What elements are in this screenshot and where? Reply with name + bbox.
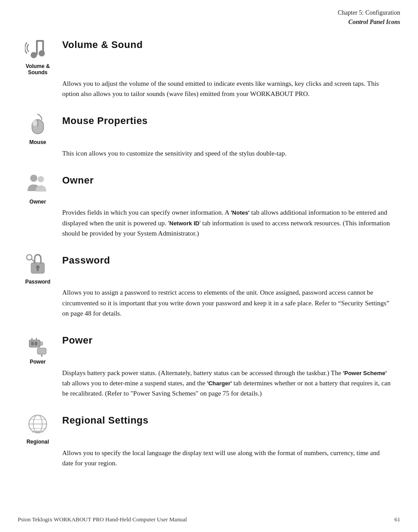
volume-title: Volume & Sound <box>62 36 143 51</box>
volume-icon <box>25 36 51 61</box>
mouse-title: Mouse Properties <box>62 112 148 127</box>
password-body: Allows you to assign a password to restr… <box>62 288 391 319</box>
mouse-section: Mouse Mouse Properties This icon allows … <box>18 112 391 159</box>
password-section: Password Password Allows you to assign a… <box>18 251 391 319</box>
power-section: Power Power Displays battery pack power … <box>18 331 391 399</box>
regional-icon-label: Regional <box>27 439 49 445</box>
svg-rect-4 <box>42 40 44 53</box>
regional-body: Allows you to specify the local language… <box>62 448 391 469</box>
chapter-title: Chapter 5: Configuration <box>18 8 400 17</box>
power-icon <box>25 331 51 357</box>
powerscheme-ref: 'Power Scheme' <box>343 370 387 376</box>
page-header: Chapter 5: Configuration Control Panel I… <box>0 0 418 31</box>
owner-icon <box>25 171 51 197</box>
password-icon-label: Password <box>25 279 51 285</box>
owner-body: Provides fields in which you can specify… <box>62 208 391 239</box>
mouse-icon-area: Mouse <box>18 112 58 145</box>
svg-rect-17 <box>40 342 43 345</box>
volume-icon-label: Volume &Sounds <box>26 63 50 76</box>
mouse-body: This icon allows you to customize the se… <box>62 148 391 159</box>
volume-icon-area: Volume &Sounds <box>18 36 58 76</box>
mouse-icon-label: Mouse <box>29 139 46 145</box>
power-title: Power <box>62 331 93 346</box>
notes-ref: 'Notes' <box>231 209 250 216</box>
section-title: Control Panel Icons <box>18 17 400 27</box>
power-icon-area: Power <box>18 331 58 365</box>
svg-rect-12 <box>37 268 39 271</box>
svg-rect-30 <box>32 431 35 432</box>
footer-left: Psion Teklogix WORKABOUT PRO Hand-Held C… <box>18 516 187 523</box>
owner-section: Owner Owner Provides fields in which you… <box>18 171 391 239</box>
regional-section: Regional Regional Settings Allows you to… <box>18 411 391 468</box>
owner-title: Owner <box>62 171 94 186</box>
footer-right: 61 <box>394 516 400 523</box>
regional-icon-area: Regional <box>18 411 58 445</box>
svg-point-8 <box>30 175 37 182</box>
main-content: Volume &Sounds Volume & Sound Allows you… <box>0 31 418 499</box>
svg-point-13 <box>27 255 32 260</box>
password-icon-area: Password <box>18 251 58 285</box>
mouse-icon <box>25 112 51 137</box>
svg-rect-19 <box>35 342 37 345</box>
owner-icon-label: Owner <box>29 199 46 205</box>
svg-point-0 <box>31 52 37 58</box>
svg-rect-31 <box>36 431 40 432</box>
volume-section: Volume &Sounds Volume & Sound Allows you… <box>18 36 391 99</box>
password-icon <box>25 251 51 277</box>
volume-body: Allows you to adjust the volume of the s… <box>62 79 391 100</box>
regional-icon <box>25 411 51 437</box>
svg-rect-18 <box>31 342 34 345</box>
regional-title: Regional Settings <box>62 411 148 426</box>
page-footer: Psion Teklogix WORKABOUT PRO Hand-Held C… <box>18 516 400 523</box>
svg-rect-32 <box>41 431 44 432</box>
svg-rect-22 <box>37 348 46 354</box>
password-title: Password <box>62 251 110 266</box>
owner-icon-area: Owner <box>18 171 58 205</box>
charger-ref: 'Charger' <box>207 380 232 387</box>
svg-rect-7 <box>32 120 37 126</box>
power-icon-label: Power <box>30 359 46 365</box>
networkid-ref: Network ID <box>169 220 199 227</box>
svg-rect-2 <box>36 40 38 55</box>
power-body: Displays battery pack power status. (Alt… <box>62 368 391 399</box>
svg-point-9 <box>38 176 44 182</box>
